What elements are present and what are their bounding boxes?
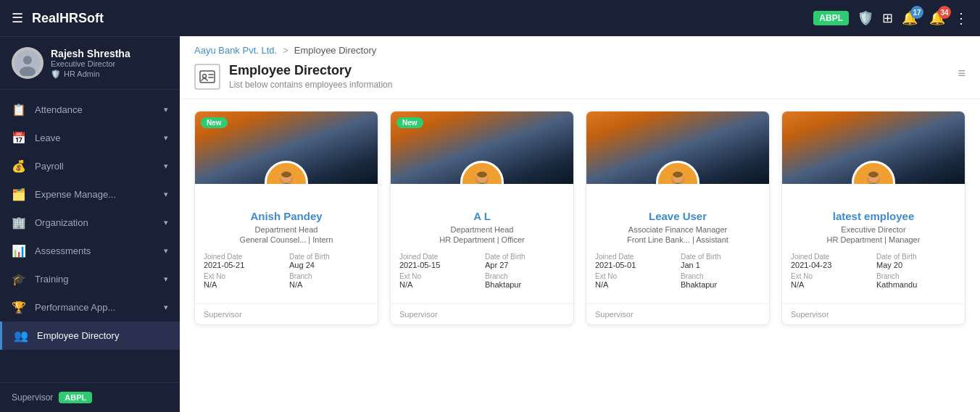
dob-value: Aug 24 — [289, 261, 369, 269]
chevron-icon-leave: ▾ — [164, 133, 168, 143]
sidebar-item-organization[interactable]: 🏢 Organization ▾ — [0, 209, 180, 237]
employee-name: A L — [399, 210, 565, 222]
joined-value: 2021-04-23 — [791, 261, 871, 269]
card-body: Leave User Associate Finance Manager Fro… — [586, 184, 769, 303]
main-content: ABPL 🛡️ ⊞ 🔔 17 🔔 34 ⋮ Aayu Bank Pvt. Ltd… — [180, 0, 980, 412]
sidebar: ☰ RealHRSoft Rajesh Shrestha Executive D… — [0, 0, 180, 412]
card-cover — [586, 112, 769, 184]
employee-card[interactable]: Leave User Associate Finance Manager Fro… — [586, 111, 770, 325]
nav-label-employee-directory: Employee Directory — [37, 330, 168, 341]
card-footer: Supervisor — [782, 303, 965, 324]
sidebar-item-employee-directory[interactable]: 👥 Employee Directory — [0, 321, 180, 350]
dob-label: Date of Birth — [289, 253, 369, 261]
card-cover: New — [195, 112, 378, 184]
sidebar-item-assessments[interactable]: 📊 Assessments ▾ — [0, 237, 180, 265]
top-bar: ABPL 🛡️ ⊞ 🔔 17 🔔 34 ⋮ — [180, 0, 980, 36]
breadcrumb-separator: > — [283, 45, 288, 56]
chevron-icon-assessments: ▾ — [164, 246, 168, 256]
chevron-icon-performance: ▾ — [164, 303, 168, 312]
ext-label: Ext No — [204, 272, 283, 280]
joined-value: 2021-05-15 — [399, 261, 479, 269]
employee-dept: Department Head — [204, 225, 369, 234]
org-badge: ABPL — [813, 11, 849, 25]
ext-label: Ext No — [399, 272, 479, 280]
card-body: Anish Pandey Department Head General Cou… — [195, 184, 378, 303]
page-subtitle: List below contains employees informatio… — [229, 80, 392, 90]
nav-icon-assessments: 📊 — [12, 244, 26, 258]
chevron-icon-expense: ▾ — [164, 190, 168, 199]
card-footer: Supervisor — [586, 303, 769, 324]
user-profile: Rajesh Shrestha Executive Director 🛡️ HR… — [0, 37, 180, 90]
nav-label-assessments: Assessments — [35, 245, 155, 256]
dob-label: Date of Birth — [876, 253, 956, 261]
employee-card[interactable]: latest employee Executive Director HR De… — [781, 111, 966, 325]
supervisor-label: Supervisor — [595, 310, 634, 319]
nav-label-performance: Performance App... — [35, 302, 155, 313]
branch-value: Kathmandu — [876, 280, 956, 289]
user-tag-text: HR Admin — [64, 70, 100, 78]
ext-value: N/A — [595, 280, 675, 289]
more-options-icon[interactable]: ⋮ — [954, 9, 968, 27]
page-title-icon — [194, 64, 220, 90]
user-role: Executive Director — [51, 59, 130, 68]
supervisor-label: Supervisor — [399, 310, 438, 319]
joined-label: Joined Date — [791, 253, 871, 261]
dob-value: Jan 1 — [681, 261, 760, 269]
svg-rect-14 — [284, 183, 288, 184]
nav-label-expense: Expense Manage... — [35, 189, 155, 200]
shield-icon: 🛡️ — [858, 10, 873, 26]
grid-icon[interactable]: ⊞ — [882, 10, 893, 26]
svg-rect-38 — [871, 183, 876, 184]
nav-menu: 📋 Attendance ▾ 📅 Leave ▾ 💰 Payroll ▾ 🗂️ … — [0, 90, 180, 382]
sidebar-item-leave[interactable]: 📅 Leave ▾ — [0, 124, 180, 152]
employee-role: Front Line Bank... | Assistant — [595, 235, 760, 244]
ext-value: N/A — [204, 280, 283, 289]
card-cover: New — [391, 112, 573, 184]
page-title-text: Employee Directory List below contains e… — [229, 63, 392, 90]
nav-icon-organization: 🏢 — [12, 216, 26, 230]
employee-details: Joined Date 2021-05-15 Date of Birth Apr… — [399, 253, 565, 289]
notifications-button[interactable]: 🔔 17 — [902, 10, 918, 26]
nav-icon-payroll: 💰 — [12, 159, 26, 173]
supervisor-badge: ABPL — [59, 392, 92, 403]
dob-label: Date of Birth — [681, 253, 760, 261]
joined-value: 2021-05-21 — [204, 261, 283, 269]
sidebar-item-training[interactable]: 🎓 Training ▾ — [0, 265, 180, 293]
breadcrumb-current: Employee Directory — [294, 45, 376, 56]
employee-name: Anish Pandey — [204, 210, 369, 222]
notifications-badge: 17 — [910, 6, 923, 19]
employee-card[interactable]: New — [390, 111, 574, 325]
sidebar-item-attendance[interactable]: 📋 Attendance ▾ — [0, 96, 180, 124]
nav-label-payroll: Payroll — [35, 161, 155, 172]
employee-cards-grid: New — [180, 99, 980, 337]
sidebar-item-performance[interactable]: 🏆 Performance App... ▾ — [0, 293, 180, 321]
employee-details: Joined Date 2021-04-23 Date of Birth May… — [791, 253, 956, 289]
chevron-icon-organization: ▾ — [164, 218, 168, 227]
alerts-button[interactable]: 🔔 34 — [929, 10, 945, 26]
card-body: latest employee Executive Director HR De… — [782, 184, 965, 303]
dob-value: Apr 27 — [485, 261, 565, 269]
supervisor-label: Supervisor — [12, 392, 53, 403]
branch-value: Bhaktapur — [485, 280, 565, 289]
shield-small-icon: 🛡️ — [51, 70, 61, 79]
branch-label: Branch — [485, 272, 565, 280]
dob-label: Date of Birth — [485, 253, 565, 261]
branch-value: Bhaktapur — [681, 280, 760, 289]
breadcrumb-parent[interactable]: Aayu Bank Pvt. Ltd. — [194, 45, 277, 56]
nav-icon-training: 🎓 — [12, 272, 26, 286]
page-title-left: Employee Directory List below contains e… — [194, 63, 392, 90]
branch-label: Branch — [289, 272, 369, 280]
nav-label-attendance: Attendance — [35, 104, 155, 115]
sidebar-item-expense[interactable]: 🗂️ Expense Manage... ▾ — [0, 180, 180, 209]
nav-label-training: Training — [35, 274, 155, 285]
new-badge: New — [201, 117, 228, 128]
sidebar-item-payroll[interactable]: 💰 Payroll ▾ — [0, 152, 180, 180]
svg-point-4 — [203, 74, 207, 77]
hamburger-icon[interactable]: ☰ — [12, 10, 23, 26]
card-avatar-wrapper — [656, 161, 699, 184]
page-title-section: Employee Directory List below contains e… — [180, 56, 980, 99]
chevron-icon-training: ▾ — [164, 274, 168, 284]
filter-icon[interactable]: ≡ — [958, 66, 966, 81]
employee-card[interactable]: New — [194, 111, 378, 325]
sidebar-footer: Supervisor ABPL — [0, 382, 180, 412]
